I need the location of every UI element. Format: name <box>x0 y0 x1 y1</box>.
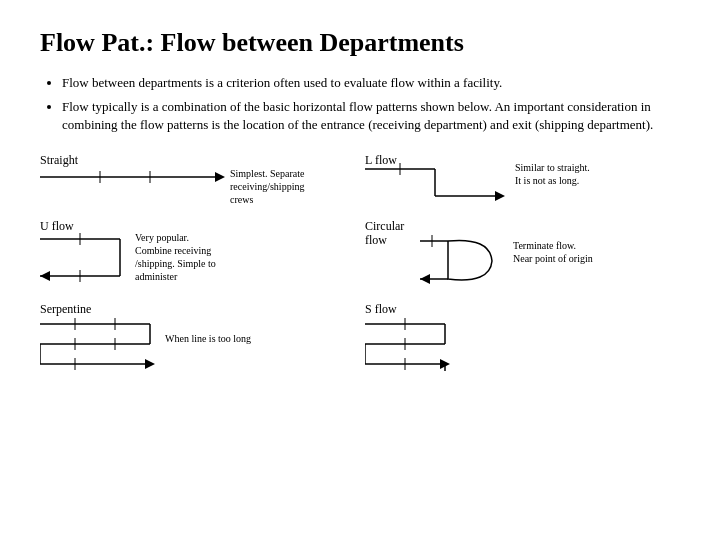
label-circular-flow: Circularflow <box>365 219 404 248</box>
note-u-flow: Very popular.Combine receiving/shipping.… <box>135 231 216 283</box>
label-s-flow: S flow <box>365 302 397 317</box>
note-l-flow: Similar to straight.It is not as long. <box>515 161 590 187</box>
flow-s: S flow <box>365 302 680 367</box>
svg-marker-29 <box>145 359 155 369</box>
label-serpentine: Serpentine <box>40 302 91 317</box>
svg-marker-1 <box>215 172 225 182</box>
note-serpentine: When line is too long <box>165 332 251 345</box>
note-circular-flow: Terminate flow.Near point of origin <box>513 239 593 265</box>
flow-serpentine: Serpentine When line is too long <box>40 302 355 367</box>
label-straight: Straight <box>40 153 78 168</box>
note-straight: Simplest. Separatereceiving/shippingcrew… <box>230 167 304 206</box>
flow-straight: Straight Simplest. Separatereceiving/shi… <box>40 153 355 211</box>
svg-marker-18 <box>420 274 430 284</box>
flow-circular: Circularflow Terminate flow.Near point o… <box>365 219 680 294</box>
svg-marker-13 <box>40 271 50 281</box>
page-title: Flow Pat.: Flow between Departments <box>40 28 680 58</box>
flow-l: L flow Similar to straight.It is not as … <box>365 153 680 211</box>
bullet-2: Flow typically is a combination of the b… <box>62 98 680 134</box>
bullet-1: Flow between departments is a criterion … <box>62 74 680 92</box>
svg-marker-8 <box>495 191 505 201</box>
page: Flow Pat.: Flow between Departments Flow… <box>0 0 720 540</box>
bullet-list: Flow between departments is a criterion … <box>40 74 680 135</box>
flow-u: U flow Very popular.Combine receiving/sh… <box>40 219 355 294</box>
